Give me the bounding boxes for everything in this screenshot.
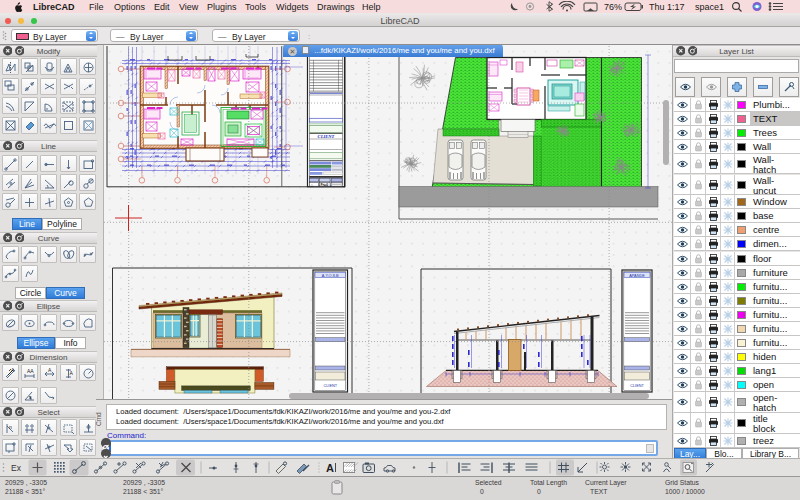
svg-text:AA: AA bbox=[27, 368, 34, 374]
svg-text:CLIENT: CLIENT bbox=[630, 384, 644, 388]
svg-text:APANDE: APANDE bbox=[629, 274, 645, 278]
svg-text:CLIENT: CLIENT bbox=[323, 384, 337, 388]
svg-text:A: A bbox=[326, 462, 334, 474]
svg-text:A: A bbox=[70, 370, 74, 376]
svg-text:Ex: Ex bbox=[11, 463, 22, 473]
svg-text:CLIENT: CLIENT bbox=[318, 134, 335, 139]
svg-text:△: △ bbox=[311, 183, 314, 187]
svg-text:n: n bbox=[9, 424, 12, 430]
svg-text:A.Y.O.S.B: A.Y.O.S.B bbox=[322, 274, 339, 278]
svg-text:a: a bbox=[29, 395, 32, 400]
svg-text:A: A bbox=[48, 367, 52, 373]
svg-text:76%: 76% bbox=[604, 2, 622, 12]
svg-text:F№0: F№0 bbox=[321, 183, 329, 187]
